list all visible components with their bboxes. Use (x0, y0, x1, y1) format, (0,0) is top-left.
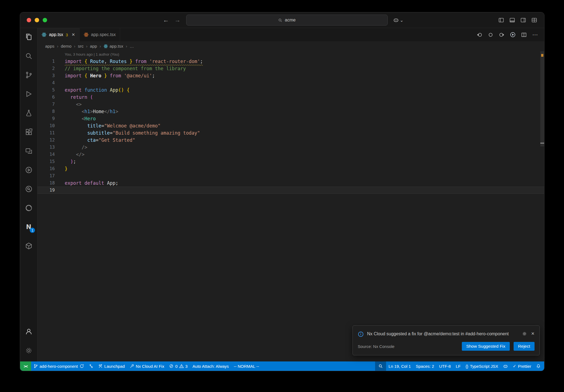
breadcrumb-item-src[interactable]: src (78, 44, 84, 49)
status-notifications[interactable] (534, 361, 543, 371)
code-line[interactable]: 1import { Route, Routes } from 'react-ro… (37, 58, 544, 65)
line-number[interactable]: 1 (37, 58, 55, 65)
code-line[interactable]: 3import { Hero } from '@acme/ui'; (37, 72, 544, 79)
status-vim-mode[interactable]: -- NORMAL -- (231, 361, 262, 371)
code-line[interactable]: 12 cta="Get Started" (37, 137, 544, 144)
line-number[interactable]: 14 (37, 151, 55, 158)
activity-containers[interactable] (24, 241, 33, 250)
remote-indicator[interactable]: >< (20, 361, 31, 371)
nav-back-button[interactable] (477, 32, 482, 37)
tab-app-spec-tsx[interactable]: app.spec.tsx (80, 28, 120, 41)
activity-extensions[interactable] (24, 127, 33, 136)
line-number[interactable]: 7 (37, 101, 55, 108)
activity-source-control[interactable] (24, 70, 33, 79)
git-blame-annotation[interactable]: You, 3 hours ago | 1 author (You) (65, 51, 544, 58)
line-number[interactable]: 8 (37, 108, 55, 115)
activity-edge-browser[interactable] (24, 203, 33, 212)
breadcrumb-item-file[interactable]: app.tsx (104, 44, 123, 49)
status-problems[interactable]: 0 3 (167, 361, 190, 371)
editor-scrollbar[interactable] (540, 51, 544, 361)
status-screencast-zoom[interactable] (375, 361, 386, 371)
tab-close-button[interactable]: ✕ (72, 32, 75, 37)
status-indentation[interactable]: Spaces: 2 (413, 361, 437, 371)
line-number[interactable]: 2 (37, 65, 55, 72)
breadcrumb-item-demo[interactable]: demo (61, 44, 72, 49)
code-line[interactable]: 13 /> (37, 144, 544, 151)
code-line[interactable]: 9 <Hero (37, 115, 544, 122)
toggle-panel-button[interactable] (509, 17, 515, 23)
activity-settings[interactable] (24, 346, 33, 355)
line-number[interactable]: 12 (37, 137, 55, 144)
toggle-primary-sidebar-button[interactable] (498, 17, 504, 23)
status-launchpad[interactable]: Launchpad (96, 361, 127, 371)
split-editor-button[interactable] (521, 32, 527, 37)
toggle-secondary-sidebar-button[interactable] (520, 17, 526, 23)
breadcrumb-item-app[interactable]: app (90, 44, 97, 49)
status-encoding[interactable]: UTF-8 (436, 361, 453, 371)
zoom-window-button[interactable] (43, 18, 47, 22)
line-number[interactable]: 19 (37, 187, 55, 194)
line-number[interactable]: 18 (37, 179, 55, 187)
history-forward-button[interactable]: → (175, 17, 181, 23)
code-line[interactable]: 14 </> (37, 151, 544, 158)
code-line[interactable]: 11 subtitle="Build something amazing tod… (37, 129, 544, 137)
line-number[interactable]: 15 (37, 158, 55, 165)
code-line[interactable]: 6 return ( (37, 94, 544, 101)
line-number[interactable]: 6 (37, 94, 55, 101)
command-center-search[interactable]: acme (186, 15, 388, 26)
reject-button[interactable]: Reject (514, 342, 535, 351)
code-line[interactable]: 7 <> (37, 101, 544, 108)
scrollbar-slider[interactable] (540, 51, 544, 146)
status-nx-cloud-ai-fix[interactable]: Nx Cloud AI Fix (127, 361, 167, 371)
status-cursor-position[interactable]: Ln 19, Col 1 (386, 361, 413, 371)
status-branch[interactable]: add-hero-component (31, 361, 86, 371)
breadcrumb-item-apps[interactable]: apps (45, 44, 55, 49)
activity-remote-explorer[interactable] (24, 146, 33, 155)
status-commit-graph[interactable] (86, 361, 96, 371)
line-number[interactable]: 10 (37, 122, 55, 129)
close-window-button[interactable] (27, 18, 31, 22)
line-number[interactable]: 16 (37, 165, 55, 172)
notification-settings-button[interactable] (522, 331, 527, 337)
code-line[interactable]: 15 ); (37, 158, 544, 165)
code-line[interactable]: 4 (37, 79, 544, 86)
activity-nx-console[interactable]: N 1 (24, 222, 33, 231)
code-line[interactable]: 8 <h1>Home</h1> (37, 108, 544, 115)
line-number[interactable]: 9 (37, 115, 55, 122)
line-number[interactable]: 13 (37, 144, 55, 151)
activity-code-search[interactable] (24, 184, 33, 193)
history-back-button[interactable]: ← (163, 17, 169, 23)
sync-status-button[interactable] (488, 32, 493, 37)
code-line[interactable]: 19 (37, 187, 544, 194)
show-suggested-fix-button[interactable]: Show Suggested Fix (462, 342, 510, 351)
status-language-mode[interactable]: {} TypeScript JSX (463, 361, 501, 371)
status-copilot[interactable] (501, 361, 510, 371)
activity-live-preview[interactable] (24, 165, 33, 174)
nav-forward-button[interactable] (499, 32, 504, 37)
copilot-menu-button[interactable]: ⌄ (393, 17, 403, 23)
tab-app-tsx[interactable]: app.tsx 3 ✕ (37, 28, 80, 41)
run-code-button[interactable] (510, 32, 516, 37)
status-prettier[interactable]: ✓ Prettier (510, 361, 534, 371)
code-editor[interactable]: You, 3 hours ago | 1 author (You) 1impor… (37, 51, 544, 361)
minimize-window-button[interactable] (35, 18, 39, 22)
activity-testing[interactable] (24, 108, 33, 117)
line-number[interactable]: 11 (37, 129, 55, 137)
status-eol[interactable]: LF (453, 361, 463, 371)
line-number[interactable]: 3 (37, 72, 55, 79)
breadcrumb-item-more[interactable]: … (130, 44, 134, 49)
notification-close-button[interactable]: ✕ (531, 331, 535, 336)
customize-layout-button[interactable] (532, 17, 537, 23)
code-line[interactable]: 18export default App; (37, 179, 544, 187)
line-number[interactable]: 4 (37, 79, 55, 86)
code-line[interactable]: 10 title="Welcmoe @acme/demo" (37, 122, 544, 129)
code-line[interactable]: 2// importing the component from the lib… (37, 65, 544, 72)
code-line[interactable]: 17 (37, 172, 544, 179)
code-line[interactable]: 16} (37, 165, 544, 172)
activity-accounts[interactable] (24, 327, 33, 336)
activity-search[interactable] (24, 51, 33, 60)
line-number[interactable]: 5 (37, 86, 55, 94)
line-number[interactable]: 17 (37, 172, 55, 179)
activity-explorer[interactable] (24, 32, 33, 41)
code-line[interactable]: 5export function App() { (37, 86, 544, 94)
